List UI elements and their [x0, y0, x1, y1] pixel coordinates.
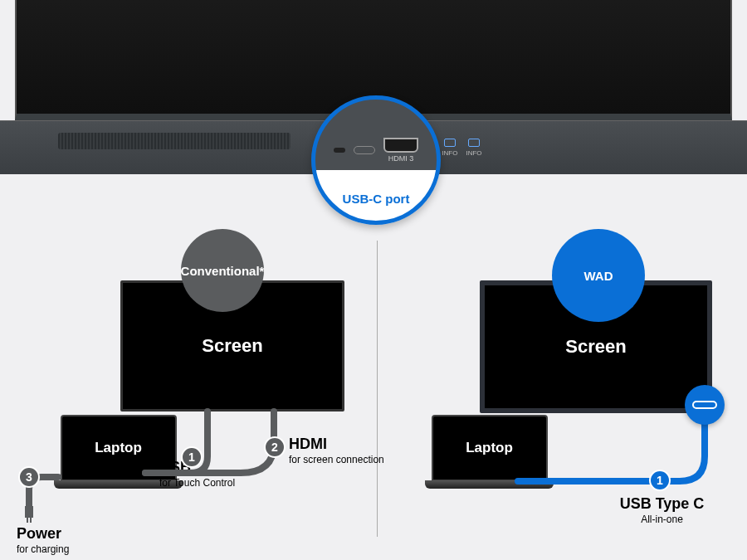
hdmi-port-icon [383, 138, 418, 153]
usbc-magnify-callout: HDMI 3 USB-C port [311, 95, 441, 225]
magnify-label: USB-C port [343, 192, 410, 206]
usb3-port-icon [468, 139, 480, 147]
cable-number-1: 1 [181, 446, 203, 468]
port-label: INFO [466, 149, 481, 157]
cable-number-3: 3 [18, 466, 40, 488]
speaker-grille [58, 133, 290, 149]
svg-rect-1 [27, 518, 28, 523]
usbc-port-badge [685, 385, 725, 425]
svg-rect-0 [25, 506, 33, 518]
usb3-port-icon [444, 139, 456, 147]
wad-badge: WAD [552, 229, 645, 322]
port-label: INFO [442, 149, 457, 157]
svg-rect-2 [30, 518, 32, 523]
usbc-icon [692, 401, 717, 409]
cable-number-1-blue: 1 [649, 470, 671, 491]
badge-text: Conventional* [181, 264, 265, 278]
port-label: HDMI 3 [388, 154, 414, 163]
conventional-badge: Conventional* [181, 229, 264, 312]
usbc-port-icon [354, 146, 375, 154]
comparison-area: Conventional* Screen Laptop 1 2 3 USBfor… [0, 232, 747, 560]
badge-text: WAD [584, 269, 613, 283]
port-slot [334, 148, 345, 153]
cable-number-2: 2 [264, 436, 286, 458]
